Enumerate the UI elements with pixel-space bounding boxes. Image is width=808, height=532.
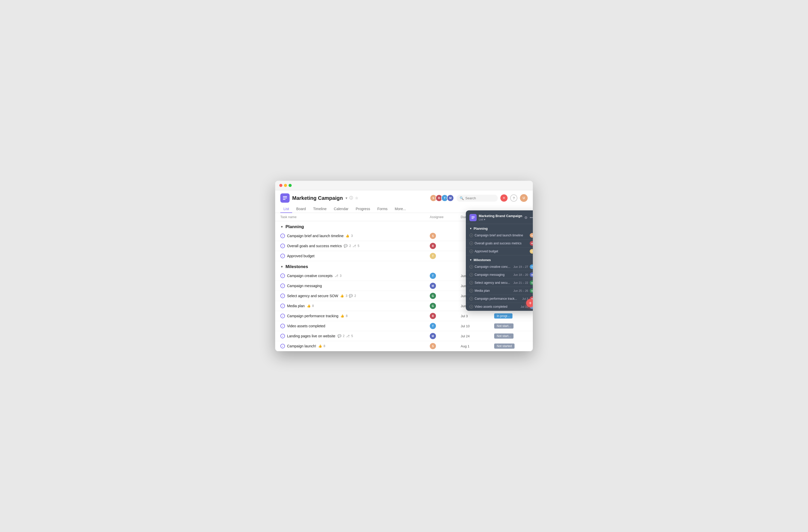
task-name-cell: ✓ Overall goals and success metrics 💬 2 … [280, 244, 430, 248]
list-item[interactable]: ✓ Video assets completed Jul 10 T [466, 303, 533, 311]
assignee-cell: M [430, 333, 461, 339]
side-check-icon: ✓ [470, 281, 473, 285]
task-check-icon[interactable]: ✓ [280, 273, 285, 278]
task-meta: 👍 8 [341, 314, 348, 318]
list-item[interactable]: ✓ Campaign creative conc... Jun 19 – 27 … [466, 263, 533, 271]
more-icon[interactable]: ••• [530, 215, 533, 220]
tab-list[interactable]: List [280, 205, 292, 213]
side-task-name: Video assets completed [475, 305, 507, 308]
side-task-right: Jun 18 – 20 M [514, 272, 533, 277]
task-check-icon[interactable]: ✓ [280, 233, 285, 238]
search-input[interactable] [465, 196, 495, 200]
side-arrow-milestones[interactable]: ▼ [470, 259, 472, 261]
list-item[interactable]: ✓ Media plan Jun 25 – 26 G [466, 287, 533, 295]
task-check-icon[interactable]: ✓ [280, 344, 285, 348]
close-button[interactable] [279, 184, 282, 187]
list-item[interactable]: ✓ Overall goals and success metrics R [466, 240, 533, 247]
help-button[interactable]: ? [510, 194, 517, 202]
side-panel-title: Marketing Brand Campaign [479, 214, 522, 218]
side-check-icon: ✓ [470, 297, 473, 301]
task-check-icon[interactable]: ✓ [280, 314, 285, 318]
task-check-icon[interactable]: ✓ [280, 254, 285, 258]
app-icon [280, 193, 290, 203]
subtask-count: 5 [357, 244, 360, 248]
tab-board[interactable]: Board [293, 205, 309, 213]
due-date-cell: Jul 24 [461, 334, 494, 338]
comment-icon: 💬 [337, 334, 342, 338]
tab-more[interactable]: More... [392, 205, 409, 213]
task-check-icon[interactable]: ✓ [280, 334, 285, 338]
task-check-icon[interactable]: ✓ [280, 244, 285, 248]
side-date: Jun 18 – 20 [514, 273, 529, 276]
assignee-cell: R [430, 313, 461, 319]
subtask-icon: ⎇ [352, 244, 356, 248]
side-section-label-milestones: Milestones [474, 258, 491, 262]
user-avatar[interactable]: U [520, 194, 528, 202]
task-avatar: M [430, 283, 436, 289]
side-panel: Marketing Brand Campaign List ▾ ⚙ ••• ▼ … [466, 210, 533, 311]
task-check-icon[interactable]: ✓ [280, 324, 285, 328]
traffic-lights [279, 184, 292, 187]
task-name-cell: ✓ Select agency and secure SOW 👍 3 💬 2 [280, 293, 430, 298]
side-task-name: Overall goals and success metrics [475, 242, 521, 245]
info-icon[interactable]: ⓘ [349, 196, 353, 200]
like-count: 8 [312, 304, 314, 308]
comment-count: 2 [343, 334, 345, 338]
side-task-name: Approved budget [475, 249, 498, 253]
status-cell: Not start... [494, 334, 528, 339]
main-content: Task name Assignee Due date Status ▼ Pla… [275, 213, 533, 351]
assignee-cell: S [430, 343, 461, 349]
title-section: Marketing Campaign ▾ ⓘ ☆ [280, 193, 359, 203]
side-task-right: R [530, 241, 533, 246]
side-task-left: ✓ Campaign brief and launch timeline [470, 233, 523, 237]
task-check-icon[interactable]: ✓ [280, 284, 285, 288]
tab-forms[interactable]: Forms [374, 205, 391, 213]
subtask-icon: ⎇ [346, 334, 350, 338]
side-task-left: ✓ Campaign performance track... [470, 297, 517, 301]
side-check-icon: ✓ [470, 249, 473, 253]
task-name: Landing pages live on website [287, 334, 335, 338]
header-right: S R T M 🔍 + ? U [430, 194, 528, 202]
like-icon: 👍 [346, 234, 349, 238]
section-arrow-planning[interactable]: ▼ [280, 225, 283, 229]
list-item[interactable]: ✓ Select agency and secu... Jun 21 – 22 … [466, 279, 533, 287]
side-panel-add-button[interactable]: + [526, 299, 533, 307]
side-task-name: Media plan [475, 289, 490, 292]
assignee-cell: S [430, 233, 461, 239]
side-section-planning: ▼ Planning [466, 224, 533, 231]
tab-calendar[interactable]: Calendar [331, 205, 352, 213]
status-badge: Not start... [494, 323, 514, 328]
subtask-count: 5 [351, 334, 353, 338]
list-item[interactable]: ✓ Approved budget T [466, 247, 533, 255]
star-icon[interactable]: ☆ [355, 196, 359, 200]
status-badge: In progr... [494, 314, 513, 319]
status-cell: Not started [494, 343, 528, 349]
task-name-cell: ✓ Campaign messaging [280, 284, 430, 288]
side-task-left: ✓ Campaign creative conc... [470, 265, 510, 269]
side-section-milestones: ▼ Milestones [466, 255, 533, 263]
task-avatar: R [430, 313, 436, 319]
comment-icon: 💬 [344, 244, 348, 248]
svg-rect-3 [472, 216, 475, 217]
minimize-button[interactable] [284, 184, 287, 187]
section-arrow-milestones[interactable]: ▼ [280, 265, 283, 269]
task-check-icon[interactable]: ✓ [280, 304, 285, 308]
list-item[interactable]: ✓ Campaign messaging Jun 18 – 20 M [466, 271, 533, 279]
list-item[interactable]: ✓ Campaign brief and launch timeline S [466, 231, 533, 240]
side-task-left: ✓ Approved budget [470, 249, 498, 253]
task-check-icon[interactable]: ✓ [280, 293, 285, 298]
tab-timeline[interactable]: Timeline [310, 205, 330, 213]
header-top: Marketing Campaign ▾ ⓘ ☆ S R T M 🔍 [280, 193, 528, 203]
dropdown-arrow-icon[interactable]: ▾ [346, 196, 347, 200]
settings-icon[interactable]: ⚙ [524, 215, 528, 220]
add-button[interactable]: + [500, 194, 508, 202]
list-item[interactable]: ✓ Campaign performance track... Jul 3 R [466, 295, 533, 303]
side-task-left: ✓ Media plan [470, 289, 490, 292]
search-bar[interactable]: 🔍 [457, 195, 498, 202]
comment-count: 2 [349, 244, 351, 248]
maximize-button[interactable] [289, 184, 292, 187]
like-count: 8 [346, 314, 348, 318]
svg-rect-0 [283, 196, 287, 197]
side-arrow-planning[interactable]: ▼ [470, 227, 472, 230]
tab-progress[interactable]: Progress [352, 205, 373, 213]
